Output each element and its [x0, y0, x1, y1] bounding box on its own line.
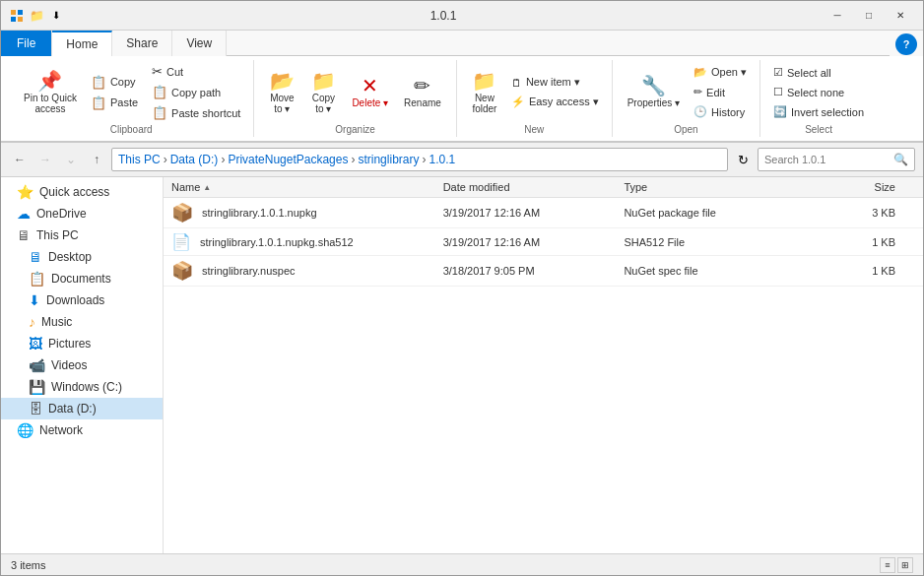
easy-access-button[interactable]: ⚡ Easy access ▾	[506, 94, 604, 110]
paste-button[interactable]: 📋 Paste	[86, 94, 143, 112]
onedrive-icon: ☁	[17, 206, 31, 222]
col-type-header[interactable]: Type	[624, 181, 805, 193]
select-group: ☑ Select all ☐ Select none 🔄 Invert sele…	[760, 60, 877, 137]
move-icon: 📂	[270, 71, 295, 91]
history-button[interactable]: 🕒 History	[689, 103, 752, 120]
address-bar: ← → ⌄ ↑ This PC › Data (D:) › PrivateNug…	[1, 143, 923, 177]
tab-share[interactable]: Share	[112, 31, 172, 56]
select-none-button[interactable]: ☐ Select none	[768, 84, 869, 100]
clipboard-buttons: 📌 Pin to Quickaccess 📋 Copy 📋 Paste	[17, 62, 245, 122]
file-type-3: NuGet spec file	[624, 265, 805, 277]
forward-button[interactable]: →	[34, 149, 56, 170]
delete-icon: ✕	[362, 76, 378, 96]
sidebar-item-network[interactable]: 🌐 Network	[1, 419, 163, 441]
sidebar-item-data-d[interactable]: 🗄 Data (D:)	[1, 398, 163, 419]
file-date-3: 3/18/2017 9:05 PM	[443, 265, 625, 277]
sidebar-item-pictures[interactable]: 🖼 Pictures	[1, 333, 163, 354]
copy-path-icon: 📋	[152, 85, 167, 99]
details-view-button[interactable]: ≡	[880, 557, 895, 573]
table-row[interactable]: 📦 stringlibrary.1.0.1.nupkg 3/19/2017 12…	[164, 198, 923, 228]
refresh-button[interactable]: ↻	[732, 149, 754, 170]
paste-shortcut-icon: 📋	[152, 105, 167, 120]
back-button[interactable]: ←	[9, 149, 31, 170]
help-button[interactable]: ?	[895, 33, 917, 55]
close-button[interactable]: ✕	[886, 6, 915, 26]
clipboard-label: Clipboard	[17, 122, 245, 135]
recent-locations-button[interactable]: ⌄	[60, 149, 82, 170]
sidebar-item-desktop[interactable]: 🖥 Desktop	[1, 246, 163, 268]
svg-rect-1	[18, 10, 23, 15]
select-all-button[interactable]: ☑ Select all	[768, 64, 869, 81]
path-data-d[interactable]: Data (D:)	[170, 153, 219, 166]
table-row[interactable]: 📄 stringlibrary.1.0.1.nupkg.sha512 3/19/…	[164, 228, 923, 256]
minimize-button[interactable]: ─	[823, 6, 852, 26]
copy-to-button[interactable]: 📁 Copyto ▾	[303, 68, 343, 117]
window-title: 1.0.1	[64, 9, 823, 23]
delete-button[interactable]: ✕ Delete ▾	[345, 73, 395, 111]
maximize-button[interactable]: □	[854, 6, 884, 26]
search-input[interactable]	[764, 154, 890, 165]
downloads-icon: ⬇	[29, 292, 40, 308]
documents-icon: 📋	[29, 271, 45, 287]
large-icons-view-button[interactable]: ⊞	[897, 557, 913, 573]
item-count: 3 items	[11, 559, 45, 571]
tab-file[interactable]: File	[1, 31, 52, 56]
select-buttons: ☑ Select all ☐ Select none 🔄 Invert sele…	[768, 62, 869, 122]
up-button[interactable]: ↑	[86, 149, 107, 170]
history-icon: 🕒	[693, 105, 707, 118]
svg-rect-0	[11, 10, 16, 15]
col-date-header[interactable]: Date modified	[443, 181, 625, 193]
svg-rect-2	[11, 17, 16, 22]
open-button[interactable]: 📂 Open ▾	[689, 64, 752, 81]
open-icon: 📂	[693, 66, 707, 79]
open-label: Open	[621, 122, 752, 135]
file-type-1: NuGet package file	[624, 207, 805, 219]
pin-to-quick-access-button[interactable]: 📌 Pin to Quickaccess	[17, 68, 84, 117]
path-this-pc[interactable]: This PC	[118, 153, 161, 166]
new-folder-button[interactable]: 📁 Newfolder	[465, 68, 504, 117]
move-to-button[interactable]: 📂 Moveto ▾	[262, 68, 301, 117]
sidebar-item-this-pc[interactable]: 🖥 This PC	[1, 224, 163, 246]
sidebar-item-videos[interactable]: 📹 Videos	[1, 354, 163, 376]
path-stringlibrary[interactable]: stringlibrary	[358, 153, 419, 166]
properties-button[interactable]: 🔧 Properties ▾	[621, 73, 687, 111]
sha512-file-icon: 📄	[171, 232, 191, 251]
cut-button[interactable]: ✂ Cut	[147, 62, 245, 81]
copy-button[interactable]: 📋 Copy	[86, 73, 143, 92]
path-version[interactable]: 1.0.1	[429, 153, 455, 166]
rename-icon: ✏	[414, 76, 430, 96]
copy-icon: 📋	[91, 75, 106, 90]
this-pc-icon: 🖥	[17, 227, 31, 243]
sidebar-item-onedrive[interactable]: ☁ OneDrive	[1, 203, 163, 224]
col-name-header[interactable]: Name ▲	[171, 181, 443, 193]
col-size-header[interactable]: Size	[805, 181, 915, 193]
sidebar-item-windows-c[interactable]: 💾 Windows (C:)	[1, 376, 163, 398]
copy-path-button[interactable]: 📋 Copy path	[147, 83, 245, 101]
invert-selection-button[interactable]: 🔄 Invert selection	[768, 103, 869, 120]
sidebar-item-quick-access[interactable]: ⭐ Quick access	[1, 181, 163, 203]
edit-button[interactable]: ✏ Edit	[689, 84, 752, 100]
new-item-button[interactable]: 🗒 New item ▾	[506, 74, 604, 91]
sort-icon: ▲	[203, 183, 211, 192]
address-path[interactable]: This PC › Data (D:) › PrivateNugetPackag…	[111, 148, 728, 171]
new-group: 📁 Newfolder 🗒 New item ▾ ⚡ Easy access ▾…	[457, 60, 613, 137]
pin-icon: 📌	[37, 71, 62, 91]
status-bar: 3 items ≡ ⊞	[1, 553, 923, 575]
tab-view[interactable]: View	[172, 31, 227, 56]
sidebar-item-music[interactable]: ♪ Music	[1, 311, 163, 333]
windows-c-icon: 💾	[29, 379, 45, 395]
desktop-icon: 🖥	[29, 249, 42, 265]
file-date-1: 3/19/2017 12:16 AM	[443, 207, 625, 219]
new-buttons: 📁 Newfolder 🗒 New item ▾ ⚡ Easy access ▾	[465, 62, 604, 122]
rename-button[interactable]: ✏ Rename	[397, 73, 448, 111]
sidebar-item-documents[interactable]: 📋 Documents	[1, 268, 163, 289]
pictures-icon: 🖼	[29, 336, 42, 352]
search-icon: 🔍	[893, 153, 908, 166]
organize-label: Organize	[262, 122, 448, 135]
tab-home[interactable]: Home	[52, 31, 112, 56]
file-name-1: 📦 stringlibrary.1.0.1.nupkg	[171, 202, 443, 224]
table-row[interactable]: 📦 stringlibrary.nuspec 3/18/2017 9:05 PM…	[164, 256, 923, 287]
paste-shortcut-button[interactable]: 📋 Paste shortcut	[147, 103, 245, 122]
sidebar-item-downloads[interactable]: ⬇ Downloads	[1, 289, 163, 311]
path-private-nuget[interactable]: PrivateNugetPackages	[228, 153, 348, 166]
